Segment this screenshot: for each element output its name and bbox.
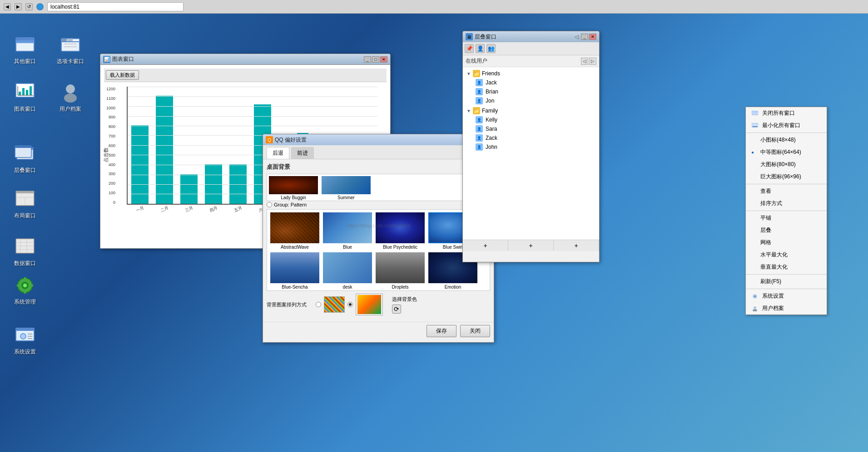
kelly-label: Kelly xyxy=(486,117,497,123)
toolbar-icon-group[interactable]: 👥 xyxy=(486,44,496,53)
ctx-hmax[interactable]: 水平最大化 xyxy=(746,249,827,261)
family-arrow: ▼ xyxy=(466,108,471,113)
url-bar[interactable] xyxy=(47,2,184,11)
ctx-user-profile[interactable]: 用户档案 xyxy=(746,302,827,314)
jon-label: Jon xyxy=(486,98,494,104)
pattern-radio-2[interactable] xyxy=(347,302,353,307)
browser-bar: ◀ ▶ ↺ 🌐 xyxy=(0,0,868,14)
wallpaper-desk[interactable]: desk xyxy=(322,252,372,290)
qq-tab-forward[interactable]: 前进 xyxy=(291,147,314,159)
desktop-icon-data[interactable]: 数据窗口 xyxy=(7,236,43,267)
ctx-close-all[interactable]: 关闭所有窗口 xyxy=(746,107,827,119)
footer-btn-3[interactable]: + xyxy=(554,240,599,251)
layers-titlebar[interactable]: 🖥 层叠窗口 ◁ _ ✕ xyxy=(463,31,599,42)
ctx-system-settings[interactable]: 系统设置 xyxy=(746,290,827,302)
john-icon: 👤 xyxy=(476,143,483,151)
chart-maximize-btn[interactable]: □ xyxy=(372,56,379,63)
desktop-icon-other-window[interactable]: 其他窗口 xyxy=(7,34,43,65)
data-icon-img xyxy=(14,236,36,258)
svg-rect-36 xyxy=(24,277,26,281)
chart-window-controls: _ □ ✕ xyxy=(364,56,387,63)
desktop-icon-user[interactable]: 用户档案 xyxy=(52,82,89,113)
desktop-icon-layout[interactable]: 布局窗口 xyxy=(7,188,43,220)
ctx-huge-icon[interactable]: 巨大图标(96×96) xyxy=(746,171,827,183)
ctx-refresh[interactable]: 刷新(F5) xyxy=(746,275,827,288)
wallpaper-grid[interactable]: AbstractWave Blue Blue Psychedelic Blue … xyxy=(267,209,490,291)
kelly-icon: 👤 xyxy=(476,116,483,123)
close-button[interactable]: 关闭 xyxy=(460,325,490,337)
tree-item-jack[interactable]: 👤 Jack xyxy=(474,78,597,87)
tree-item-zack[interactable]: 👤 Zack xyxy=(474,133,597,142)
desktop-icon-syssettings[interactable]: 系统设置 xyxy=(7,324,43,356)
chart-minimize-btn[interactable]: _ xyxy=(364,56,371,63)
back-button[interactable]: ◀ xyxy=(4,3,11,10)
color-picker-btn[interactable]: ⟳ xyxy=(392,305,401,314)
friends-tree-items: 👤 Jack 👤 Brian 👤 Jon xyxy=(474,78,597,105)
toolbar-icon-user[interactable]: 👤 xyxy=(476,44,485,53)
footer-btn-2[interactable]: + xyxy=(508,240,554,251)
toolbar-icon-pin[interactable]: 📌 xyxy=(465,44,474,53)
svg-rect-43 xyxy=(28,334,32,334)
qq-titlebar[interactable]: Q QQ 偏好设置 _ □ ✕ xyxy=(263,134,494,145)
ctx-small-icon[interactable]: 小图标(48×48) xyxy=(746,134,827,146)
tree-item-brian[interactable]: 👤 Brian xyxy=(474,87,597,96)
ctx-minimize-all[interactable]: 最小化所有窗口 xyxy=(746,119,827,132)
layers-close-btn[interactable]: ✕ xyxy=(589,34,596,40)
tree-item-jon[interactable]: 👤 Jon xyxy=(474,96,597,105)
forward-button[interactable]: ▶ xyxy=(15,3,22,10)
tree-item-kelly[interactable]: 👤 Kelly xyxy=(474,115,597,124)
load-data-btn[interactable]: 载入新数据 xyxy=(106,70,139,80)
desktop-icon-layers[interactable]: 层叠窗口 xyxy=(7,143,43,174)
ctx-view[interactable]: 查看 xyxy=(746,185,827,197)
desktop-icon-sysmanage[interactable]: 系统管理 xyxy=(7,275,43,306)
group-pattern-radio-btn[interactable] xyxy=(267,202,272,207)
ctx-large-icon-label: 大图标(80×80) xyxy=(760,161,796,168)
ctx-sort[interactable]: 排序方式 xyxy=(746,197,827,210)
wallpaper-bluepsychedelic[interactable]: Blue Psychedelic xyxy=(375,212,425,250)
chart-titlebar[interactable]: 📊 图表窗口 _ □ ✕ xyxy=(100,54,390,65)
friends-group-header[interactable]: ▼ 📁 Friends xyxy=(465,69,597,78)
wallpaper-item-ladybuggin[interactable]: Lady Buggin xyxy=(269,176,318,200)
tree-item-sara[interactable]: 👤 Sara xyxy=(474,124,597,133)
qq-tab-back[interactable]: 后退 xyxy=(267,147,289,159)
ctx-divider-1 xyxy=(746,133,827,133)
desktop-icon-tab-window[interactable]: 选项卡窗口 xyxy=(52,34,89,65)
ctx-cascade[interactable]: 层叠 xyxy=(746,224,827,236)
wallpaper-droplets[interactable]: Droplets xyxy=(375,252,425,290)
ctx-tile[interactable]: 平铺 xyxy=(746,212,827,224)
desktop-icon-chart[interactable]: 图表窗口 xyxy=(7,82,43,113)
brian-icon: 👤 xyxy=(476,88,483,95)
group-pattern-label: Group: Pattern xyxy=(274,202,307,207)
ctx-vmax[interactable]: 垂直最大化 xyxy=(746,261,827,273)
svg-rect-39 xyxy=(30,285,33,286)
qq-action-buttons: 保存 关闭 xyxy=(263,322,494,340)
filter-btn[interactable]: ▷ xyxy=(589,58,596,65)
svg-point-51 xyxy=(754,295,756,297)
layers-collapse-btn[interactable]: ◁ xyxy=(573,34,580,40)
wallpaper-item-summer[interactable]: Summer xyxy=(322,176,371,200)
wallpaper-top-partial: Lady Buggin Summer xyxy=(267,174,490,201)
ctx-user-icon xyxy=(751,306,759,311)
save-button[interactable]: 保存 xyxy=(427,325,456,337)
wallpaper-abstractwave[interactable]: AbstractWave xyxy=(270,212,320,250)
layers-window-controls: ◁ _ ✕ xyxy=(573,34,596,40)
footer-btn-1[interactable]: + xyxy=(463,240,508,251)
friends-group-icon: 📁 xyxy=(473,70,480,77)
tree-item-john[interactable]: 👤 John xyxy=(474,142,597,152)
expand-btn[interactable]: ◁ xyxy=(581,58,588,65)
layout-window-label: 布局窗口 xyxy=(14,212,36,220)
family-group-header[interactable]: ▼ 📁 Family xyxy=(465,106,597,115)
ctx-grid[interactable]: 网格 xyxy=(746,236,827,249)
chart-close-btn[interactable]: ✕ xyxy=(380,56,387,63)
refresh-button[interactable]: ↺ xyxy=(25,3,33,10)
layers-minimize-btn[interactable]: _ xyxy=(581,34,588,40)
ctx-large-icon[interactable]: 大图标(80×80) xyxy=(746,158,827,171)
svg-point-52 xyxy=(754,306,756,309)
svg-point-18 xyxy=(64,93,77,103)
wallpaper-bluesencha[interactable]: Blue-Sencha xyxy=(270,252,320,290)
svg-point-35 xyxy=(23,284,27,287)
wallpaper-blue[interactable]: Blue xyxy=(322,212,372,250)
ctx-medium-icon[interactable]: ● 中等图标(64×64) xyxy=(746,146,827,158)
group-pattern-radio[interactable]: Group: Pattern xyxy=(267,202,490,207)
pattern-radio-1[interactable] xyxy=(316,302,321,307)
